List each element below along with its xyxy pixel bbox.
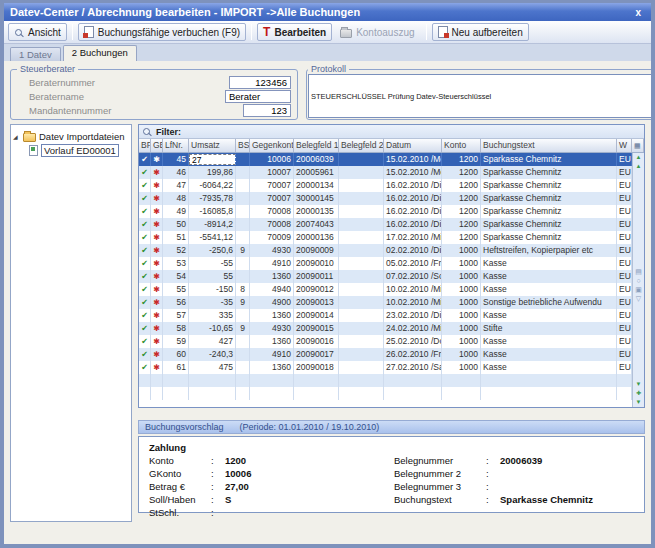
cell-text: Kasse <box>481 361 617 374</box>
cell-umsatz[interactable]: 27 <box>189 154 236 165</box>
tree-root-label[interactable]: Datev Importdateien <box>39 131 125 142</box>
column-header-konto[interactable]: Konto <box>442 139 481 152</box>
cell-w: EU <box>617 257 632 270</box>
table-row[interactable]: ✔✱52-250,6949302009000902.02.2010 /Di100… <box>139 244 644 257</box>
column-header-umsatz[interactable]: Umsatz <box>189 139 236 152</box>
bearbeiten-button[interactable]: T Bearbeiten <box>257 23 332 41</box>
cell-beleg1: 20006039 <box>294 153 339 166</box>
ansicht-button[interactable]: Ansicht <box>8 23 67 41</box>
cell-datum: 17.02.2010 /Mi <box>384 231 442 244</box>
tree-root-row[interactable]: ◢ Datev Importdateien <box>13 129 129 143</box>
cell-gegenkonto: 70008 <box>250 218 294 231</box>
content-area: Steuerberater Beraternummer 123456 Berat… <box>4 61 651 544</box>
table-row[interactable]: ✔✱56-35949002009001310.02.2010 /Mi1000So… <box>139 296 644 309</box>
filter-label: Filter: <box>156 127 181 137</box>
filter-funnel-icon[interactable]: ▽ <box>636 294 641 303</box>
cell-umsatz: 427 <box>189 335 236 348</box>
cell-umsatz: 335 <box>189 309 236 322</box>
scroll-down-icon[interactable]: ▼ <box>636 380 642 389</box>
beratername-field[interactable]: Berater <box>225 90 291 103</box>
column-header-lfnr[interactable]: LfNr. <box>163 139 189 152</box>
column-chooser-icon[interactable]: ▦ <box>632 139 644 152</box>
cell-umsatz: -250,6 <box>189 244 236 257</box>
colon: : <box>211 506 225 519</box>
column-header-gegenkonto[interactable]: Gegenkonto <box>250 139 294 152</box>
book-view-icon[interactable]: ▣ <box>635 285 642 294</box>
search-icon[interactable]: ○ <box>636 276 640 285</box>
protokoll-lines: STEUERSCHLÜSSEL Prüfung Datev-Steuerschl… <box>309 75 651 117</box>
flag-star-icon: ✱ <box>151 231 163 244</box>
cell-datum: 15.02.2010 /Mo <box>384 166 442 179</box>
cell-konto: 1000 <box>442 283 481 296</box>
cell-datum: 10.02.2010 /Mi <box>384 283 442 296</box>
mandantennummer-field[interactable]: 123 <box>243 104 291 117</box>
column-header-beleg2[interactable]: Belegfeld 2 <box>339 139 384 152</box>
table-row[interactable]: ✔✱5942713602009001625.02.2010 /Do1000Kas… <box>139 335 644 348</box>
mandantennummer-label: Mandantennummer <box>17 105 135 116</box>
cell-bs <box>236 270 250 283</box>
cell-text: Kasse <box>481 335 617 348</box>
column-header-datum[interactable]: Datum <box>384 139 442 152</box>
table-row[interactable]: ✔✱6147513602009001827.02.2010 /Sa1000Kas… <box>139 361 644 374</box>
cell-beleg1: 30000145 <box>294 192 339 205</box>
posted-check-icon: ✔ <box>139 192 151 205</box>
tree-child-row[interactable]: Vorlauf ED00001 <box>13 143 129 157</box>
filter-search-icon[interactable] <box>143 128 150 135</box>
table-row[interactable]: ✔✱48-7935,78700073000014516.02.2010 /Di1… <box>139 192 644 205</box>
table-body: ✔✱4527100062000603915.02.2010 /Mo1200Spa… <box>139 153 644 400</box>
cell-empty <box>189 387 236 400</box>
column-header-beleg1[interactable]: Belegfeld 1 <box>294 139 339 152</box>
table-row[interactable]: ✔✱60-240,349102009001726.02.2010 /Fr1000… <box>139 348 644 361</box>
close-icon[interactable]: x <box>631 7 645 18</box>
table-row[interactable]: ✔✱47-6064,22700072000013416.02.2010 /Di1… <box>139 179 644 192</box>
table-row[interactable]: ✔✱55-150849402009001210.02.2010 /Mi1000K… <box>139 283 644 296</box>
column-header-text[interactable]: Buchungstext <box>481 139 617 152</box>
cell-text: Stifte <box>481 322 617 335</box>
tree-expander-icon[interactable]: ◢ <box>13 133 20 140</box>
refresh-document-icon <box>438 26 448 38</box>
cell-konto: 1000 <box>442 244 481 257</box>
table-row[interactable]: ✔✱545513602009001107.02.2010 /So1000Kass… <box>139 270 644 283</box>
cell-text: Kasse <box>481 270 617 283</box>
protokoll-textarea[interactable]: STEUERSCHLÜSSEL Prüfung Datev-Steuerschl… <box>308 74 651 118</box>
beraternummer-field[interactable]: 123456 <box>229 76 291 89</box>
cell-umsatz: -6064,22 <box>189 179 236 192</box>
table-row[interactable]: ✔✱58-10,65949302009001524.02.2010 /Mi100… <box>139 322 644 335</box>
table-row[interactable]: ✔✱4527100062000603915.02.2010 /Mo1200Spa… <box>139 153 644 166</box>
column-header-w[interactable]: W <box>617 139 632 152</box>
table-row[interactable]: ✔✱50-8914,2700082007404316.02.2010 /Di12… <box>139 218 644 231</box>
table-row[interactable]: ✔✱49-16085,8700082000013516.02.2010 /Di1… <box>139 205 644 218</box>
buchungstext-label: Buchungstext <box>394 493 486 506</box>
verbuchen-button[interactable]: Buchungsfähige verbuchen (F9) <box>78 23 246 41</box>
table-row[interactable]: ✔✱46199,86100072000596115.02.2010 /Mo120… <box>139 166 644 179</box>
cell-empty <box>163 387 189 400</box>
scroll-bottom-icon[interactable]: ▼ <box>636 398 642 407</box>
scroll-up-icon[interactable]: ▲ <box>636 162 642 171</box>
cell-gegenkonto: 10006 <box>250 153 294 166</box>
column-header-bs[interactable]: BS <box>236 139 250 152</box>
cell-gegenkonto: 1360 <box>250 335 294 348</box>
column-header-gb[interactable]: GB <box>151 139 163 152</box>
cell-empty <box>189 374 236 387</box>
colon: : <box>211 467 225 480</box>
table-row[interactable]: ✔✱51-5541,12700092000013617.02.2010 /Mi1… <box>139 231 644 244</box>
grid-view-icon[interactable]: ▤ <box>635 267 642 276</box>
scroll-top-icon[interactable]: ▲ <box>636 153 642 162</box>
table-scrollbar[interactable]: ▲ ▲ ▤ ○ ▣ ▽ ▼ ✚ ▼ <box>632 153 644 407</box>
cell-beleg1: 20000135 <box>294 205 339 218</box>
tab-datev[interactable]: 1 Datev <box>10 47 61 61</box>
cell-w: EU <box>617 192 632 205</box>
belegnummer3-label: Belegnummer 3 <box>394 480 486 493</box>
column-header-bf[interactable]: BF <box>139 139 151 152</box>
tab-buchungen[interactable]: 2 Buchungen <box>63 45 137 61</box>
scroll-plus-icon[interactable]: ✚ <box>636 389 641 398</box>
table-row[interactable]: ✔✱53-5549102009001005.02.2010 /Fr1000Kas… <box>139 257 644 270</box>
cell-empty <box>294 387 339 400</box>
tree-item-vorlauf[interactable]: Vorlauf ED00001 <box>41 144 119 157</box>
neu-aufbereiten-button[interactable]: Neu aufbereiten <box>432 23 529 41</box>
cell-w: EU <box>617 153 632 166</box>
cell-beleg1: 20090014 <box>294 309 339 322</box>
table-row[interactable]: ✔✱5733513602009001423.02.2010 /Di1000Kas… <box>139 309 644 322</box>
cell-datum: 16.02.2010 /Di <box>384 218 442 231</box>
buchungen-table: Filter: BFGBLfNr.UmsatzBSGegenkontoBeleg… <box>138 124 645 408</box>
